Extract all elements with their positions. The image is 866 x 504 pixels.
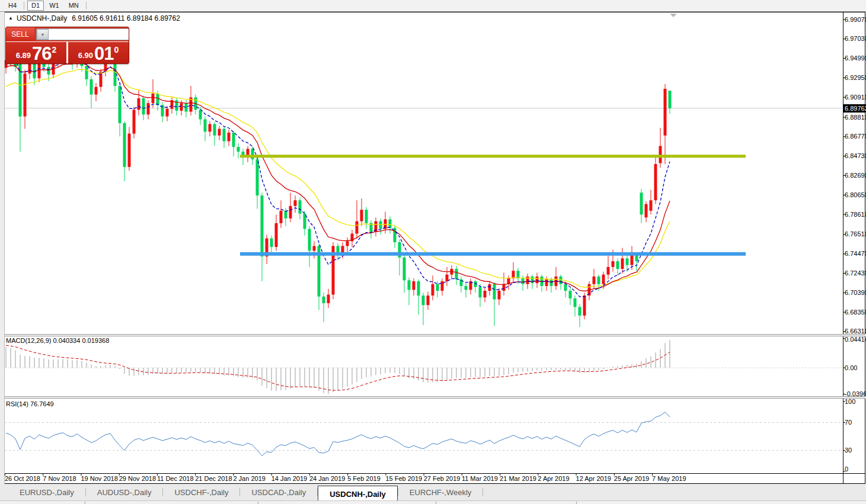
date-axis-label: 12 Apr 2019 [576,475,611,482]
chart-symbol-label: USDCNH-,Daily [17,14,67,23]
date-axis-label: 19 Nov 2018 [81,475,117,482]
date-axis-label: 7 May 2019 [652,475,686,482]
trade-panel-top-row: SELL ▼ ▲ BUY [6,27,129,42]
buy-price-big: 01 [94,45,113,62]
date-axis-label: 7 Nov 2018 [43,475,76,482]
timeframe-button-mn[interactable]: MN [65,1,83,11]
price-axis-label: 6.68350 [845,309,866,316]
chart-ohlc-values: 6.91605 6.91611 6.89184 6.89762 [72,14,180,23]
date-axis-label: 2 Apr 2019 [538,475,569,482]
macd-axis-label: -0.03964 [845,391,866,397]
collapse-trade-panel-icon[interactable]: ▲ [8,15,13,21]
date-axis-label: 24 Jan 2019 [309,475,346,482]
sell-price-sup: 2 [52,45,57,54]
price-axis-label: 6.72430 [845,270,866,277]
date-axis-label: 21 Dec 2018 [195,475,232,482]
date-axis-label: 29 Nov 2018 [119,475,156,482]
trade-panel-prices: 6.89 76 2 6.90 01 0 [6,42,129,63]
one-click-trading-panel: SELL ▼ ▲ BUY 6.89 76 2 6.90 01 0 [5,27,129,64]
price-axis-label: 6.84730 [845,153,866,159]
sell-button[interactable]: SELL [6,27,34,41]
macd-panel-splitter[interactable] [5,334,865,336]
timeframe-button-w1[interactable]: W1 [45,1,63,11]
sell-price-big: 76 [32,45,51,62]
macd-axis-label: 0.00 [845,365,857,371]
mt4-terminal: { "toolbar": { "timeframes": [ {"label":… [0,0,866,504]
price-axis-label: 6.86770 [845,133,866,140]
chart-canvas[interactable] [0,0,866,504]
window-left-edge [0,11,5,504]
price-axis-label: 6.80650 [845,192,866,198]
buy-price[interactable]: 6.90 01 0 [68,42,129,63]
price-axis-line [843,12,843,483]
date-axis-separator [5,473,865,474]
tab-separator [482,488,483,496]
chart-tab-usdcnh[interactable]: USDCNH-,Daily [318,486,398,500]
rsi-line [6,412,670,456]
price-axis-label: 6.78610 [845,211,866,218]
macd-histogram [6,340,670,394]
date-axis-label: 11 Dec 2018 [157,475,194,482]
chart-tab-eurusd[interactable]: EURUSD-,Daily [8,484,85,500]
volume-decrease-button[interactable]: ▼ [37,29,49,40]
current-price-badge: 6.89762 [843,104,866,113]
chart-tab-bar: EURUSD-,DailyAUDUSD-,DailyUSDCHF-,DailyU… [0,484,866,500]
date-axis-label: 26 Oct 2018 [5,475,40,482]
price-axis-label: 6.76510 [845,231,866,237]
price-axis-label: 6.97030 [845,36,866,42]
price-axis-label: 6.94990 [845,55,866,62]
macd-axis-label: 0.044143 [845,336,866,343]
timeframe-button-d1[interactable]: D1 [27,1,44,11]
sell-price[interactable]: 6.89 76 2 [6,42,66,63]
chart-title: ▲USDCNH-,Daily6.91605 6.91611 6.89184 6.… [8,14,180,23]
volume-stepper: ▼ ▲ [36,28,129,40]
volume-input[interactable] [49,29,129,40]
ma-fast-line [6,57,670,297]
toolbar-separator [86,2,87,9]
rsi-axis-label: 30 [845,447,852,454]
timeframe-toolbar: H4D1W1MN [0,0,866,12]
date-axis-label: 15 Feb 2019 [385,475,422,482]
rsi-panel-splitter[interactable] [5,396,865,399]
price-axis-label: 6.66310 [845,328,866,335]
spin-down-icon: ▼ [41,33,45,37]
toolbar-separator [24,2,24,9]
timeframe-button-h4[interactable]: H4 [4,1,21,11]
rsi-axis-label: 70 [845,419,852,426]
chart-tab-usdcad[interactable]: USDCAD-,Daily [240,484,317,500]
rsi-indicator-label: RSI(14) 76.7649 [6,400,54,407]
sell-price-small: 6.89 [16,51,31,60]
chart-tab-usdchf[interactable]: USDCHF-,Daily [163,484,239,500]
date-axis-label: 21 Mar 2019 [500,475,536,482]
bottom-status-strip [0,500,866,504]
date-axis-label: 2 Jan 2019 [233,475,265,482]
main-price-chart [5,14,843,327]
price-axis-label: 6.90910 [845,94,866,101]
date-axis-label: 27 Feb 2019 [424,475,461,482]
macd-panel [5,340,842,394]
chart-shift-marker-icon[interactable] [670,14,677,17]
price-axis-label: 6.99070 [845,17,866,23]
rsi-axis-label: 0 [845,466,848,473]
date-axis-label: 11 Mar 2019 [462,475,498,482]
macd-indicator-label: MACD(12,26,9) 0.040334 0.019368 [6,337,109,344]
buy-price-small: 6.90 [78,51,93,60]
rsi-panel [5,412,842,456]
price-axis-label: 6.74470 [845,251,866,257]
date-axis-label: 14 Jan 2019 [271,475,308,482]
rsi-axis-label: 100 [845,399,855,405]
chart-tab-audusd[interactable]: AUDUSD-,Daily [86,484,163,500]
price-axis-label: 6.92950 [845,75,866,81]
price-axis-label: 6.88810 [845,114,866,121]
price-axis-label: 6.70390 [845,290,866,296]
price-axis-label: 6.82690 [845,172,866,179]
date-axis-label: 5 Feb 2019 [347,475,381,482]
candlestick-series [5,38,672,327]
chart-tab-eurchf[interactable]: EURCHF-,Weekly [398,484,483,500]
buy-price-sup: 0 [114,45,119,54]
date-axis-label: 25 Apr 2019 [614,475,649,482]
